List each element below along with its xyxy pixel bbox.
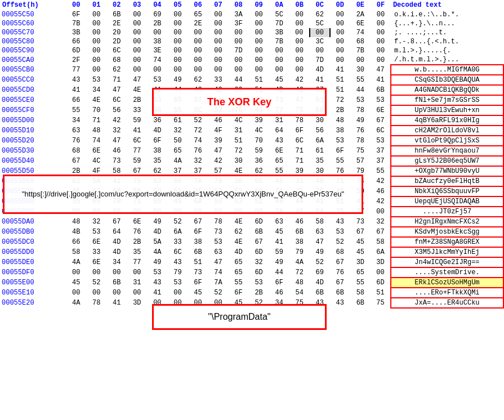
offset-cell: 00055CD0 bbox=[0, 85, 66, 95]
hex-cell: 51 bbox=[229, 136, 249, 146]
hex-cell: 67 bbox=[371, 227, 391, 237]
col-0E: 0E bbox=[350, 0, 371, 10]
hex-cell: 58 bbox=[350, 288, 371, 298]
hex-cell: 71 bbox=[106, 75, 127, 85]
hex-cell: 00 bbox=[249, 46, 269, 55]
hex-cell: 74 bbox=[147, 55, 167, 65]
hex-cell: 42 bbox=[106, 115, 127, 126]
hex-cell: 53 bbox=[371, 95, 391, 105]
hex-cell: 4C bbox=[249, 126, 269, 136]
hex-cell: 4D bbox=[310, 65, 330, 75]
hex-cell: 3B bbox=[269, 28, 289, 37]
offset-header: Offset(h) bbox=[0, 0, 66, 10]
hex-cell: 70 bbox=[249, 136, 269, 146]
hex-cell: 3D bbox=[127, 298, 147, 308]
col-03: 03 bbox=[127, 0, 147, 10]
hex-cell: 65 bbox=[188, 10, 208, 19]
decoded-cell: UepqUEjUSQIDAQAB bbox=[391, 196, 503, 207]
hex-cell: 55 bbox=[229, 278, 249, 288]
hex-cell: 72 bbox=[330, 95, 350, 105]
hex-cell: 37 bbox=[371, 156, 391, 166]
hex-cell: 00 bbox=[127, 288, 147, 298]
hex-cell: 63 bbox=[269, 217, 289, 227]
hex-cell: 77 bbox=[127, 146, 147, 156]
hex-cell: 75 bbox=[350, 146, 371, 156]
hex-cell: 33 bbox=[127, 105, 147, 115]
hex-cell: 74 bbox=[350, 28, 371, 37]
hex-cell: 30 bbox=[229, 156, 249, 166]
hex-cell: 6F bbox=[188, 278, 208, 288]
offset-cell: 00055CE0 bbox=[0, 95, 66, 105]
hex-cell: 32 bbox=[106, 126, 127, 136]
hex-cell: 00 bbox=[289, 37, 310, 46]
decoded-cell: fnM+Z38SNgA8GREX bbox=[391, 237, 503, 247]
hex-cell: 7B bbox=[350, 46, 371, 55]
hex-cell: 00 bbox=[167, 46, 188, 55]
hex-cell: 47 bbox=[310, 237, 330, 247]
hex-cell: 47 bbox=[371, 65, 391, 75]
programdata-annotation: "\ProgramData" bbox=[152, 304, 327, 330]
hex-cell: 53 bbox=[208, 237, 229, 247]
hex-cell: 55 bbox=[371, 166, 391, 176]
hex-cell: 71 bbox=[289, 156, 310, 166]
table-row: 00055DD058334D354A6C6B634D6D59794968456A… bbox=[0, 247, 503, 257]
hex-cell: 2B bbox=[127, 95, 147, 105]
hex-cell: 45 bbox=[188, 288, 208, 298]
hex-cell: 00 bbox=[188, 46, 208, 55]
hex-cell: 67 bbox=[330, 257, 350, 267]
hex-cell: 6C bbox=[106, 95, 127, 105]
decoded-cell: cH2AM2rOlLdoV8vl bbox=[391, 126, 503, 136]
hex-cell: 00 bbox=[127, 19, 147, 28]
hex-cell: 43 bbox=[147, 278, 167, 288]
decoded-cell: UpV3HUl3vEwuh+xn bbox=[391, 105, 503, 115]
hex-cell: 66 bbox=[66, 237, 86, 247]
decoded-cell: Jn4wICQGe2IJRg== bbox=[391, 257, 503, 267]
hex-cell: 00 bbox=[310, 46, 330, 55]
hex-cell: 49 bbox=[310, 247, 330, 257]
col-0C: 0C bbox=[310, 0, 330, 10]
hex-cell: 00 bbox=[167, 288, 188, 298]
hex-cell: 4F bbox=[208, 126, 229, 136]
hex-cell: 35 bbox=[127, 247, 147, 257]
hex-cell: 47 bbox=[208, 257, 229, 267]
hex-cell: 38 bbox=[147, 146, 167, 156]
hex-cell: 6C bbox=[371, 126, 391, 136]
hex-cell: 39 bbox=[249, 115, 269, 126]
hex-cell: 3A bbox=[229, 10, 249, 19]
hex-cell: 00 bbox=[289, 46, 310, 55]
table-row: 00055DF00000000053797374656D447269766500… bbox=[0, 267, 503, 278]
hex-cell: 6E bbox=[86, 257, 106, 267]
offset-cell: 00055CC0 bbox=[0, 75, 66, 85]
hex-cell: 53 bbox=[147, 267, 167, 278]
hex-cell: 00 bbox=[86, 288, 106, 298]
hex-cell: 73 bbox=[350, 217, 371, 227]
hex-cell: 00 bbox=[229, 65, 249, 75]
hex-cell: 6B bbox=[371, 85, 391, 95]
hex-cell: 68 bbox=[66, 146, 86, 156]
hex-cell: 49 bbox=[147, 257, 167, 267]
hex-cell: 00 bbox=[249, 65, 269, 75]
hex-cell: 00 bbox=[167, 37, 188, 46]
hex-cell: 35 bbox=[310, 156, 330, 166]
hex-cell: 00 bbox=[330, 46, 350, 55]
offset-cell: 00055C60 bbox=[0, 19, 66, 28]
hex-cell: 49 bbox=[269, 257, 289, 267]
hex-cell: 2D bbox=[106, 37, 127, 46]
hex-cell: 6A bbox=[371, 247, 391, 257]
hex-cell: 00 bbox=[208, 65, 229, 75]
hex-cell: 4D bbox=[106, 237, 127, 247]
col-0F: 0F bbox=[371, 0, 391, 10]
hex-cell: 62 bbox=[310, 10, 330, 19]
hex-cell: 00 bbox=[188, 28, 208, 37]
hex-cell: 00 bbox=[188, 37, 208, 46]
hex-cell: 74 bbox=[188, 136, 208, 146]
hex-cell: 49 bbox=[350, 115, 371, 126]
hex-cell: 54 bbox=[289, 288, 310, 298]
hex-cell: 68 bbox=[350, 37, 371, 46]
hex-cell: 00 bbox=[188, 55, 208, 65]
hex-cell: 45 bbox=[66, 278, 86, 288]
hex-cell: 00 bbox=[330, 28, 350, 37]
hex-cell: 78 bbox=[350, 136, 371, 146]
hex-cell: 5C bbox=[310, 19, 330, 28]
hex-cell: 58 bbox=[310, 217, 330, 227]
